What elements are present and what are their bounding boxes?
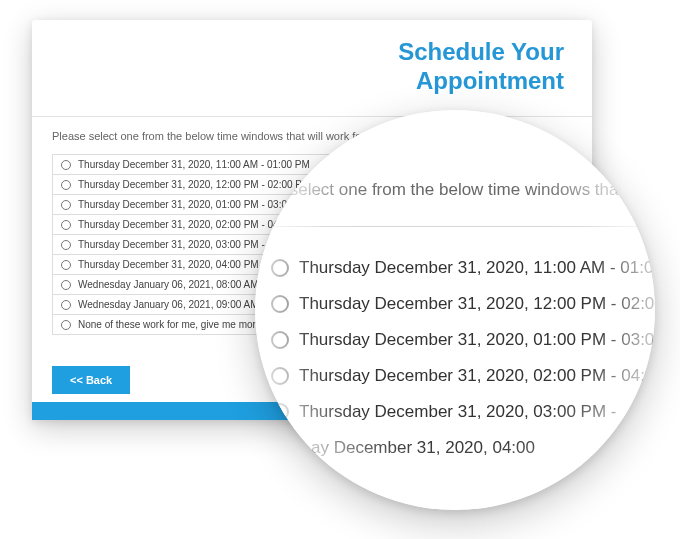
zoom-slot-label: Thursday December 31, 2020, 02:00 PM - 0… — [299, 366, 654, 386]
zoom-slot-row: ay December 31, 2020, 04:00 — [271, 430, 655, 466]
zoom-slot-label: Thursday December 31, 2020, 03:00 PM - — [299, 402, 617, 422]
time-slot-label: Thursday December 31, 2020, 12:00 PM - 0… — [78, 179, 310, 190]
zoom-divider — [255, 226, 655, 227]
instruction-text: Please select one from the below time wi… — [52, 130, 389, 142]
time-slot-radio[interactable] — [61, 240, 71, 250]
zoom-slot-row: Thursday December 31, 2020, 11:00 AM - 0… — [271, 250, 655, 286]
radio-icon — [271, 331, 289, 349]
zoom-slot-row: Thursday December 31, 2020, 12:00 PM - 0… — [271, 286, 655, 322]
zoom-instruction-text: se select one from the below time window… — [255, 180, 655, 200]
zoom-slot-list: Thursday December 31, 2020, 11:00 AM - 0… — [271, 250, 655, 466]
zoom-slot-label: Thursday December 31, 2020, 01:00 PM - 0… — [299, 330, 655, 350]
zoom-slot-row: Thursday December 31, 2020, 01:00 PM - 0… — [271, 322, 655, 358]
title-line1: Schedule Your — [398, 38, 564, 65]
page-title: Schedule Your Appointment — [398, 38, 564, 96]
zoom-slot-row: Thursday December 31, 2020, 03:00 PM - — [271, 394, 655, 430]
time-slot-radio[interactable] — [61, 160, 71, 170]
time-slot-radio[interactable] — [61, 320, 71, 330]
radio-icon — [271, 367, 289, 385]
time-slot-radio[interactable] — [61, 200, 71, 210]
zoom-slot-label: Thursday December 31, 2020, 12:00 PM - 0… — [299, 294, 655, 314]
radio-icon — [271, 259, 289, 277]
time-slot-radio[interactable] — [61, 300, 71, 310]
zoom-lens: se select one from the below time window… — [255, 110, 655, 510]
time-slot-radio[interactable] — [61, 260, 71, 270]
time-slot-radio[interactable] — [61, 280, 71, 290]
time-slot-label: Thursday December 31, 2020, 01:00 PM - 0… — [78, 199, 310, 210]
time-slot-radio[interactable] — [61, 180, 71, 190]
zoom-slot-label: ay December 31, 2020, 04:00 — [311, 438, 535, 458]
zoom-slot-label: Thursday December 31, 2020, 11:00 AM - 0… — [299, 258, 655, 278]
radio-icon — [271, 295, 289, 313]
title-line2: Appointment — [416, 67, 564, 94]
time-slot-radio[interactable] — [61, 220, 71, 230]
back-button[interactable]: << Back — [52, 366, 130, 394]
zoom-slot-row: Thursday December 31, 2020, 02:00 PM - 0… — [271, 358, 655, 394]
time-slot-label: Thursday December 31, 2020, 11:00 AM - 0… — [78, 159, 310, 170]
